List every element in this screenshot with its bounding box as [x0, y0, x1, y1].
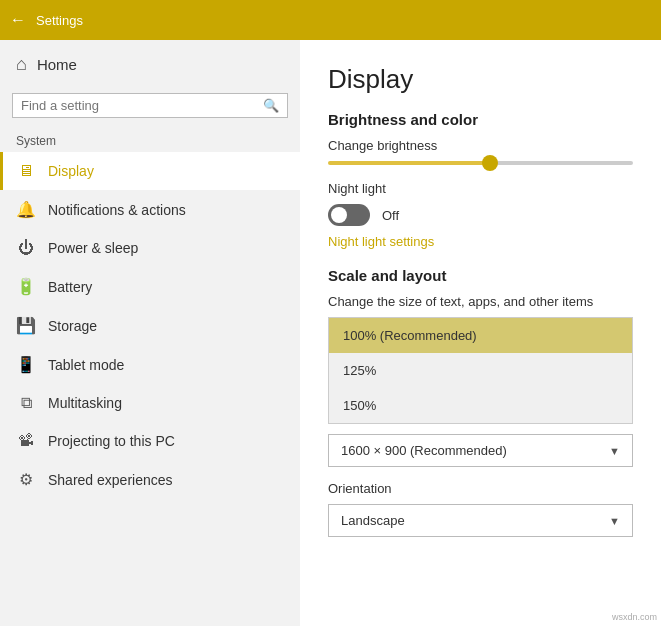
sidebar-item-label-power: Power & sleep: [48, 240, 138, 256]
sidebar-item-label-tablet: Tablet mode: [48, 357, 124, 373]
night-light-label: Night light: [328, 181, 633, 196]
brightness-thumb[interactable]: [482, 155, 498, 171]
sidebar-item-projecting[interactable]: 📽 Projecting to this PC: [0, 422, 300, 460]
size-options-list: 100% (Recommended) 125% 150%: [328, 317, 633, 424]
sidebar-item-notifications[interactable]: 🔔 Notifications & actions: [0, 190, 300, 229]
resolution-dropdown[interactable]: 1600 × 900 (Recommended) ▼: [328, 434, 633, 467]
brightness-slider[interactable]: [328, 161, 633, 165]
back-button[interactable]: ←: [10, 11, 26, 29]
page-title: Display: [328, 64, 633, 95]
sidebar-item-label-shared: Shared experiences: [48, 472, 173, 488]
orientation-dropdown[interactable]: Landscape ▼: [328, 504, 633, 537]
size-label: Change the size of text, apps, and other…: [328, 294, 633, 309]
resolution-arrow-icon: ▼: [609, 445, 620, 457]
projecting-icon: 📽: [16, 432, 36, 450]
night-light-toggle[interactable]: [328, 204, 370, 226]
sidebar-item-shared[interactable]: ⚙ Shared experiences: [0, 460, 300, 499]
sidebar-item-label-notifications: Notifications & actions: [48, 202, 186, 218]
sidebar-item-label-storage: Storage: [48, 318, 97, 334]
watermark: wsxdn.com: [612, 612, 657, 622]
sidebar-item-multitasking[interactable]: ⧉ Multitasking: [0, 384, 300, 422]
size-option-100[interactable]: 100% (Recommended): [329, 318, 632, 353]
size-option-125[interactable]: 125%: [329, 353, 632, 388]
search-icon: 🔍: [263, 98, 279, 113]
sidebar-item-storage[interactable]: 💾 Storage: [0, 306, 300, 345]
sidebar: ⌂ Home 🔍 System 🖥 Display 🔔 Notification…: [0, 40, 300, 626]
resolution-value: 1600 × 900 (Recommended): [341, 443, 507, 458]
battery-icon: 🔋: [16, 277, 36, 296]
orientation-arrow-icon: ▼: [609, 515, 620, 527]
sidebar-item-label-display: Display: [48, 163, 94, 179]
night-light-settings-link[interactable]: Night light settings: [328, 234, 633, 249]
sidebar-item-label-battery: Battery: [48, 279, 92, 295]
display-icon: 🖥: [16, 162, 36, 180]
sidebar-item-label-projecting: Projecting to this PC: [48, 433, 175, 449]
title-bar: ← Settings: [0, 0, 661, 40]
home-icon: ⌂: [16, 54, 27, 75]
toggle-knob: [331, 207, 347, 223]
sidebar-item-label-multitasking: Multitasking: [48, 395, 122, 411]
sidebar-item-power[interactable]: ⏻ Power & sleep: [0, 229, 300, 267]
sidebar-item-home[interactable]: ⌂ Home: [0, 40, 300, 89]
main-layout: ⌂ Home 🔍 System 🖥 Display 🔔 Notification…: [0, 40, 661, 626]
storage-icon: 💾: [16, 316, 36, 335]
sidebar-section-label: System: [0, 128, 300, 152]
sidebar-item-display[interactable]: 🖥 Display: [0, 152, 300, 190]
multitasking-icon: ⧉: [16, 394, 36, 412]
shared-icon: ⚙: [16, 470, 36, 489]
home-label: Home: [37, 56, 77, 73]
notifications-icon: 🔔: [16, 200, 36, 219]
search-input[interactable]: [21, 98, 263, 113]
night-light-row: Off: [328, 204, 633, 226]
brightness-label: Change brightness: [328, 138, 633, 153]
content-area: Display Brightness and color Change brig…: [300, 40, 661, 626]
night-light-status: Off: [382, 208, 399, 223]
orientation-label: Orientation: [328, 481, 633, 496]
size-option-150[interactable]: 150%: [329, 388, 632, 423]
sidebar-item-battery[interactable]: 🔋 Battery: [0, 267, 300, 306]
search-box[interactable]: 🔍: [12, 93, 288, 118]
power-icon: ⏻: [16, 239, 36, 257]
tablet-icon: 📱: [16, 355, 36, 374]
title-bar-title: Settings: [36, 13, 83, 28]
scale-section-heading: Scale and layout: [328, 267, 633, 284]
orientation-value: Landscape: [341, 513, 405, 528]
brightness-section-heading: Brightness and color: [328, 111, 633, 128]
sidebar-item-tablet[interactable]: 📱 Tablet mode: [0, 345, 300, 384]
